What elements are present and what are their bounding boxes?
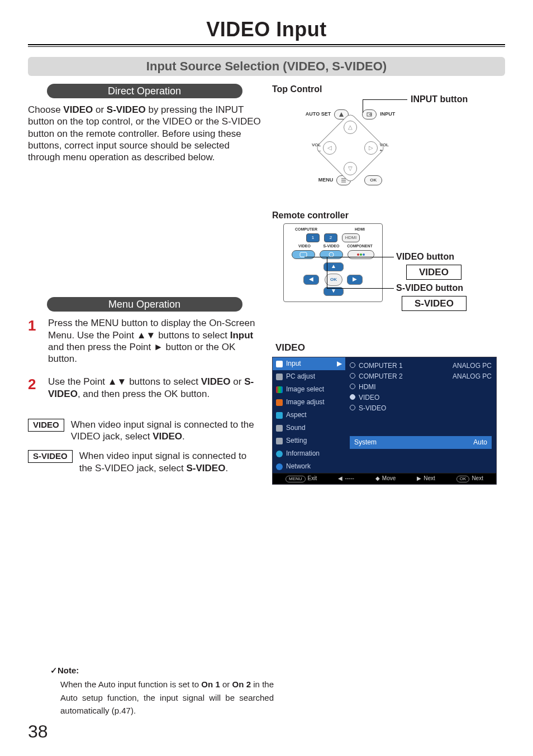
label: AUTO SET xyxy=(306,111,331,117)
osd-sub-video: VIDEO xyxy=(350,393,492,403)
up-icon: △ xyxy=(344,121,357,134)
label: MENU xyxy=(318,177,334,183)
direct-operation-text: Choose VIDEO or S-VIDEO by pressing the … xyxy=(28,104,261,163)
text: or xyxy=(220,680,232,689)
svg-point-5 xyxy=(363,253,365,256)
osd-menu: Input▶ PC adjust Image select Image adju… xyxy=(272,357,497,485)
option-label: S-VIDEO xyxy=(28,450,73,463)
right-icon: ▷ xyxy=(364,141,378,155)
input-button: INPUT xyxy=(362,109,395,119)
left-icon: ◀ xyxy=(303,275,319,285)
label: COMPUTER xyxy=(295,227,317,232)
text: When the Auto input function is set to xyxy=(60,680,201,689)
label: VIDEO xyxy=(293,244,316,249)
osd-bar-move: ◆ Move xyxy=(375,475,396,482)
fig-top-control: Top Control AUTO SET xyxy=(272,84,505,195)
input-icon xyxy=(362,109,377,119)
rule-thin xyxy=(28,46,505,47)
text: Use the Point ▲▼ buttons to select xyxy=(48,376,201,387)
section-title-bar: Input Source Selection (VIDEO, S-VIDEO) xyxy=(28,57,505,76)
rule-thick xyxy=(28,44,505,45)
page-number: 38 xyxy=(28,720,48,743)
down-icon: ▽ xyxy=(344,162,357,175)
remote-body: COMPUTER HDMI 1 2 HDMI VIDEO S-VIDEO xyxy=(283,223,383,302)
auto-set-button: AUTO SET xyxy=(306,109,349,119)
s-video-button xyxy=(320,250,343,259)
osd-system-row: SystemAuto xyxy=(350,436,492,449)
component-button xyxy=(348,250,374,259)
label: COMPONENT xyxy=(347,244,373,249)
menu-operation-header: Menu Operation xyxy=(47,297,242,312)
ok-button: OK xyxy=(364,175,382,185)
osd-right-pane: COMPUTER 1ANALOG PC COMPUTER 2ANALOG PC … xyxy=(345,357,496,473)
option-text: When video input signal is connected to … xyxy=(71,419,261,443)
vol-plus: VOL+ xyxy=(380,142,389,154)
direct-operation-header: Direct Operation xyxy=(47,84,242,98)
step-number: 2 xyxy=(28,376,39,400)
osd-sub-computer2: COMPUTER 2ANALOG PC xyxy=(350,371,492,382)
osd-item-aspect: Aspect xyxy=(273,409,345,422)
fig-title: Remote controller xyxy=(272,210,505,221)
fig-osd: VIDEO Input▶ PC adjust Image select Imag… xyxy=(272,342,505,485)
svg-point-2 xyxy=(329,252,334,257)
text-bold: VIDEO xyxy=(153,431,182,442)
fig-remote: Remote controller COMPUTER HDMI 1 2 HDMI xyxy=(272,210,505,327)
text-bold: Input xyxy=(230,330,254,341)
text-bold: S-VIDEO xyxy=(107,104,146,115)
text: , and then press the OK button. xyxy=(78,389,210,399)
text-bold: VIDEO xyxy=(63,104,93,115)
option-label: VIDEO xyxy=(28,419,64,432)
computer-1-button: 1 xyxy=(306,233,320,242)
option-svideo: S-VIDEO When video input signal is conne… xyxy=(28,450,261,474)
callout-line xyxy=(363,99,363,113)
osd-bottom-bar: MENUExit ◀ ----- ◆ Move ▶ Next OKNext xyxy=(273,473,496,484)
video-button xyxy=(292,250,315,259)
step-text: Press the MENU button to display the On-… xyxy=(48,317,261,365)
option-video: VIDEO When video input signal is connect… xyxy=(28,419,261,443)
svideo-box-label: S-VIDEO xyxy=(402,296,467,311)
osd-sub-svideo: S-VIDEO xyxy=(350,403,492,414)
text: or xyxy=(93,104,107,115)
right-icon: ▶ xyxy=(347,275,363,285)
osd-item-setting: Setting xyxy=(273,434,345,447)
ok-label: OK xyxy=(364,175,382,185)
video-box-label: VIDEO xyxy=(406,265,461,280)
callout-line xyxy=(327,288,394,289)
chapter-title: VIDEO Input xyxy=(28,17,505,42)
text: . xyxy=(225,463,228,473)
dpad: △ ▽ ◁ ▷ VOL– VOL+ xyxy=(325,123,375,173)
osd-item-input: Input▶ xyxy=(273,357,345,370)
osd-item-image-select: Image select xyxy=(273,383,345,396)
osd-item-pc-adjust: PC adjust xyxy=(273,370,345,383)
note-title: ✓Note: xyxy=(50,666,274,676)
osd-item-information: Information xyxy=(273,447,345,460)
text: . xyxy=(182,431,185,442)
callout-svideo-button: S-VIDEO button xyxy=(396,283,463,294)
callout-line xyxy=(363,99,407,100)
step-number: 1 xyxy=(28,317,39,365)
label: HDMI xyxy=(349,227,371,232)
step-2: 2 Use the Point ▲▼ buttons to select VID… xyxy=(28,376,261,400)
osd-bar-exit: MENUExit xyxy=(285,475,317,482)
hdmi-button: HDMI xyxy=(342,233,360,242)
osd-item-image-adjust: Image adjust xyxy=(273,396,345,409)
text: Press the MENU button to display the On-… xyxy=(48,318,255,340)
text-bold: On 1 xyxy=(201,680,220,689)
svg-rect-1 xyxy=(300,252,307,257)
osd-item-network: Network xyxy=(273,460,345,473)
vol-minus: VOL– xyxy=(312,142,321,154)
osd-bar-back: ◀ ----- xyxy=(338,475,354,482)
osd-left-pane: Input▶ PC adjust Image select Image adju… xyxy=(273,357,345,473)
label: S-VIDEO xyxy=(320,244,342,249)
callout-video-button: VIDEO button xyxy=(396,251,454,262)
step-1: 1 Press the MENU button to display the O… xyxy=(28,317,261,365)
fig-title: Top Control xyxy=(272,84,505,95)
remote-dpad: ▲ ▼ ◀ ▶ OK xyxy=(302,262,364,296)
osd-item-sound: Sound xyxy=(273,422,345,434)
svg-point-3 xyxy=(357,253,359,256)
text-bold: S-VIDEO xyxy=(186,463,225,473)
osd-sub-hdmi: HDMI xyxy=(350,382,492,393)
text-bold: On 2 xyxy=(232,680,251,689)
note-body: When the Auto input function is set to O… xyxy=(50,678,274,717)
callout-line xyxy=(327,257,327,288)
